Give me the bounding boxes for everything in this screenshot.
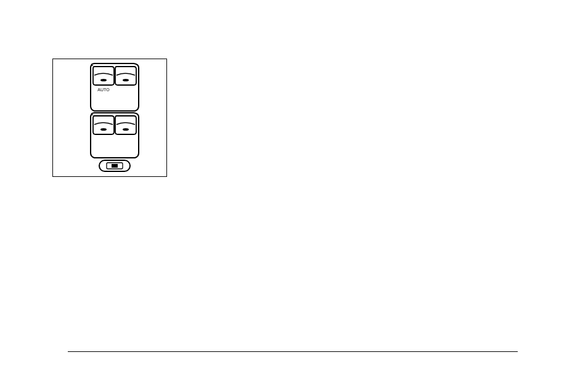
window-switch-illustration: AUTO [52,59,167,177]
svg-point-1 [123,79,129,81]
switch-panel: AUTO [86,62,146,173]
switch-panel-svg: AUTO [86,62,147,175]
svg-point-3 [123,128,129,131]
footer-rule [68,351,518,352]
auto-label: AUTO [97,88,110,92]
svg-point-2 [100,128,107,131]
svg-rect-6 [112,164,118,168]
svg-point-0 [100,79,107,81]
page-container: AUTO [52,59,518,177]
